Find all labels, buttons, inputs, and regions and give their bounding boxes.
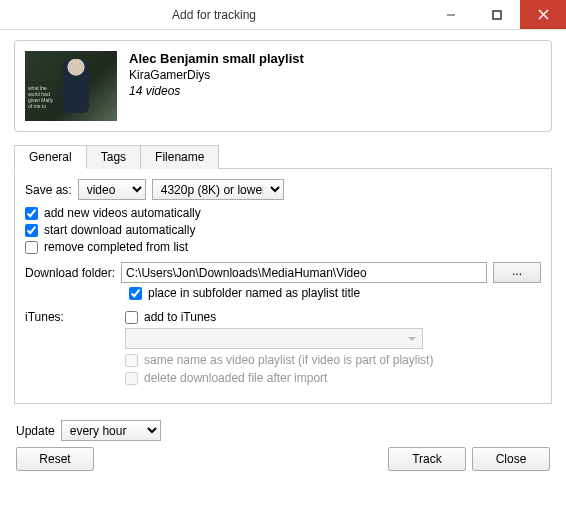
tab-filename[interactable]: Filename bbox=[141, 145, 219, 169]
itunes-playlist-select bbox=[125, 328, 423, 349]
close-window-button[interactable] bbox=[520, 0, 566, 29]
window-buttons bbox=[428, 0, 566, 29]
update-label: Update bbox=[16, 424, 55, 438]
start-download-checkbox[interactable] bbox=[25, 224, 38, 237]
update-interval-select[interactable]: every hour bbox=[61, 420, 161, 441]
add-new-videos-label: add new videos automatically bbox=[44, 206, 201, 220]
playlist-info-panel: what the world had given Mally of me to … bbox=[14, 40, 552, 132]
close-button[interactable]: Close bbox=[472, 447, 550, 471]
same-name-label: same name as video playlist (if video is… bbox=[144, 353, 433, 367]
same-name-checkbox bbox=[125, 354, 138, 367]
tabstrip: General Tags Filename bbox=[14, 145, 552, 169]
itunes-label: iTunes: bbox=[25, 310, 119, 385]
start-download-label: start download automatically bbox=[44, 223, 195, 237]
subfolder-label: place in subfolder named as playlist tit… bbox=[148, 286, 360, 300]
add-new-videos-checkbox[interactable] bbox=[25, 207, 38, 220]
maximize-button[interactable] bbox=[474, 0, 520, 29]
subfolder-checkbox[interactable] bbox=[129, 287, 142, 300]
tab-panel-general: Save as: video 4320p (8K) or lower add n… bbox=[14, 168, 552, 404]
quality-select[interactable]: 4320p (8K) or lower bbox=[152, 179, 284, 200]
tab-tags[interactable]: Tags bbox=[87, 145, 141, 169]
browse-button[interactable]: ... bbox=[493, 262, 541, 283]
remove-completed-checkbox[interactable] bbox=[25, 241, 38, 254]
add-to-itunes-label: add to iTunes bbox=[144, 310, 216, 324]
delete-after-label: delete downloaded file after import bbox=[144, 371, 327, 385]
download-folder-input[interactable] bbox=[121, 262, 487, 283]
save-as-label: Save as: bbox=[25, 183, 72, 197]
remove-completed-label: remove completed from list bbox=[44, 240, 188, 254]
save-as-select[interactable]: video bbox=[78, 179, 146, 200]
reset-button[interactable]: Reset bbox=[16, 447, 94, 471]
playlist-title: Alec Benjamin small playlist bbox=[129, 51, 304, 66]
playlist-thumbnail: what the world had given Mally of me to bbox=[25, 51, 117, 121]
track-button[interactable]: Track bbox=[388, 447, 466, 471]
tab-general[interactable]: General bbox=[14, 145, 87, 169]
download-folder-label: Download folder: bbox=[25, 266, 115, 280]
svg-rect-1 bbox=[493, 11, 501, 19]
playlist-info-text: Alec Benjamin small playlist KiraGamerDi… bbox=[129, 51, 304, 121]
window-title: Add for tracking bbox=[0, 8, 428, 22]
playlist-video-count: 14 videos bbox=[129, 84, 304, 98]
delete-after-checkbox bbox=[125, 372, 138, 385]
add-to-itunes-checkbox[interactable] bbox=[125, 311, 138, 324]
playlist-author: KiraGamerDiys bbox=[129, 68, 304, 82]
minimize-button[interactable] bbox=[428, 0, 474, 29]
titlebar: Add for tracking bbox=[0, 0, 566, 30]
